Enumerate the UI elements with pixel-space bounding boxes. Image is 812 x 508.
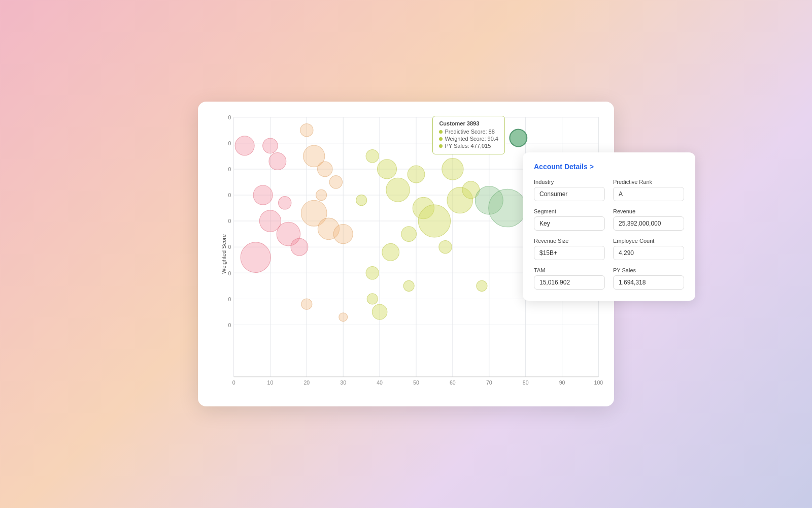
tooltip-row-2: Weighted Score: 90.4 [439, 136, 498, 142]
svg-text:30: 30 [228, 296, 231, 302]
field-input-employee-count[interactable] [613, 246, 684, 260]
svg-point-57 [333, 224, 353, 243]
field-input-py-sales[interactable] [613, 275, 684, 290]
svg-text:80: 80 [523, 379, 529, 386]
field-input-segment[interactable] [534, 216, 605, 231]
tooltip-label-3: PY Sales: 477,015 [445, 143, 491, 149]
svg-text:50: 50 [228, 244, 231, 250]
field-label-predictive-rank: Predictive Rank [613, 179, 684, 185]
svg-point-54 [316, 189, 327, 200]
svg-point-69 [366, 267, 379, 280]
field-group-revenue-size: Revenue Size [534, 238, 605, 260]
svg-point-67 [401, 227, 417, 242]
svg-text:30: 30 [340, 379, 346, 386]
svg-point-48 [291, 238, 308, 256]
svg-point-77 [477, 280, 487, 291]
tooltip-row-3: PY Sales: 477,015 [439, 143, 498, 149]
svg-point-58 [301, 299, 312, 309]
field-label-segment: Segment [534, 208, 605, 214]
svg-text:80: 80 [228, 166, 231, 172]
svg-text:10: 10 [267, 379, 274, 386]
main-chart-card: Weighted Score 2030405060708090100010203… [198, 102, 614, 406]
svg-text:40: 40 [228, 270, 231, 276]
svg-point-72 [372, 304, 387, 320]
svg-text:20: 20 [303, 379, 310, 386]
svg-point-60 [356, 195, 367, 206]
field-input-tam[interactable] [534, 275, 605, 290]
field-group-industry: Industry [534, 179, 605, 201]
field-input-revenue-size[interactable] [534, 246, 605, 260]
tooltip-row-1: Predictive Score: 88 [439, 129, 498, 135]
field-label-tam: TAM [534, 267, 605, 273]
svg-text:100: 100 [228, 114, 231, 120]
svg-text:60: 60 [228, 218, 231, 224]
svg-point-53 [329, 176, 342, 189]
tooltip-title: Customer 3893 [439, 120, 498, 126]
svg-text:60: 60 [450, 379, 456, 386]
svg-point-49 [241, 242, 270, 273]
svg-text:20: 20 [228, 322, 231, 328]
field-group-py-sales: PY Sales [613, 267, 684, 290]
svg-point-66 [418, 205, 450, 237]
svg-point-64 [408, 166, 425, 183]
svg-text:50: 50 [413, 379, 419, 386]
svg-text:90: 90 [228, 140, 231, 146]
svg-text:40: 40 [377, 379, 383, 386]
tooltip-label-2: Weighted Score: 90.4 [445, 136, 498, 142]
svg-point-61 [366, 150, 379, 163]
svg-point-70 [403, 280, 414, 291]
svg-point-79 [489, 189, 526, 227]
details-panel: Account Details > Industry Predictive Ra… [523, 152, 695, 301]
svg-point-68 [382, 243, 399, 261]
svg-point-76 [439, 240, 452, 253]
tooltip-dot-1 [439, 130, 443, 134]
tooltip-box: Customer 3893 Predictive Score: 88 Weigh… [432, 116, 505, 154]
field-group-tam: TAM [534, 267, 605, 290]
field-input-revenue[interactable] [613, 216, 684, 231]
svg-text:100: 100 [594, 379, 603, 386]
svg-point-59 [339, 313, 348, 322]
field-label-revenue: Revenue [613, 208, 684, 214]
tooltip-label-1: Predictive Score: 88 [445, 129, 494, 135]
field-group-predictive-rank: Predictive Rank [613, 179, 684, 201]
svg-point-44 [253, 185, 273, 205]
svg-text:0: 0 [232, 379, 235, 386]
tooltip-dot-2 [439, 137, 443, 141]
field-group-revenue: Revenue [613, 208, 684, 231]
field-label-revenue-size: Revenue Size [534, 238, 605, 244]
field-group-employee-count: Employee Count [613, 238, 684, 260]
svg-point-52 [317, 162, 332, 177]
field-input-predictive-rank[interactable] [613, 187, 684, 201]
tooltip-dot-3 [439, 144, 443, 148]
svg-point-42 [263, 138, 278, 153]
svg-point-50 [300, 123, 313, 137]
details-grid: Industry Predictive Rank Segment Revenue… [534, 179, 684, 290]
svg-point-82 [510, 129, 527, 146]
svg-point-62 [377, 160, 396, 179]
field-label-employee-count: Employee Count [613, 238, 684, 244]
field-group-segment: Segment [534, 208, 605, 231]
svg-text:70: 70 [486, 379, 492, 386]
field-label-py-sales: PY Sales [613, 267, 684, 273]
svg-point-73 [442, 158, 463, 180]
svg-point-71 [367, 294, 378, 304]
svg-text:90: 90 [559, 379, 565, 386]
field-label-industry: Industry [534, 179, 605, 185]
account-details-link[interactable]: Account Details > [534, 163, 684, 171]
svg-point-43 [269, 152, 286, 170]
svg-point-63 [386, 178, 410, 202]
svg-point-45 [279, 197, 291, 210]
svg-point-41 [235, 136, 254, 155]
field-input-industry[interactable] [534, 187, 605, 201]
svg-text:70: 70 [228, 192, 231, 198]
